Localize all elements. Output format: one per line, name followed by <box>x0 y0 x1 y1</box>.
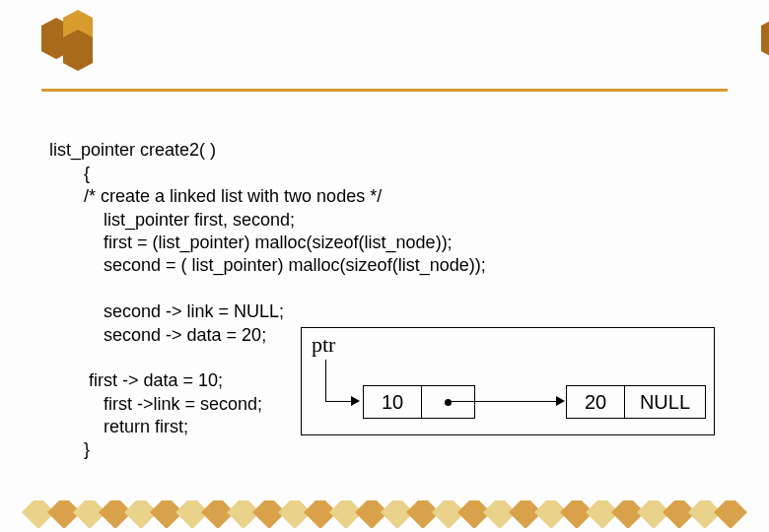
code-line: second -> data = 20; <box>49 325 266 345</box>
code-line: first = (list_pointer) malloc(sizeof(lis… <box>49 233 453 252</box>
node-first: 10 <box>363 385 475 419</box>
diamond-icon <box>714 500 747 528</box>
hex-icon <box>761 26 769 51</box>
code-line: first -> data = 10; <box>49 370 223 390</box>
node-data: 20 <box>566 385 625 419</box>
node-null: NULL <box>625 385 706 419</box>
node-second: 20 NULL <box>566 385 706 419</box>
code-line: } <box>49 439 90 459</box>
arrow-icon <box>351 396 360 406</box>
node-data: 10 <box>363 385 422 419</box>
code-line: { <box>49 164 90 183</box>
arrow-icon <box>556 396 565 406</box>
pointer-line <box>325 401 351 402</box>
link-line <box>450 401 556 402</box>
code-line: /* create a linked list with two nodes *… <box>49 186 382 206</box>
title-underline <box>41 89 728 92</box>
code-line: second = ( list_pointer) malloc(sizeof(l… <box>49 255 486 275</box>
code-line: return first; <box>49 417 188 436</box>
node-link <box>422 385 475 419</box>
ptr-label: ptr <box>312 332 335 358</box>
pointer-line <box>325 360 326 401</box>
code-line: list_pointer create2( ) <box>49 140 216 160</box>
pointer-dot-icon <box>445 399 452 406</box>
code-line: first ->link = second; <box>49 394 262 414</box>
linked-list-figure: ptr 10 20 NULL <box>301 327 715 435</box>
header-decoration <box>0 18 769 77</box>
code-line: second -> link = NULL; <box>49 301 284 321</box>
hex-icon <box>63 37 93 63</box>
footer-decoration <box>0 500 769 528</box>
code-line: list_pointer first, second; <box>49 210 295 230</box>
